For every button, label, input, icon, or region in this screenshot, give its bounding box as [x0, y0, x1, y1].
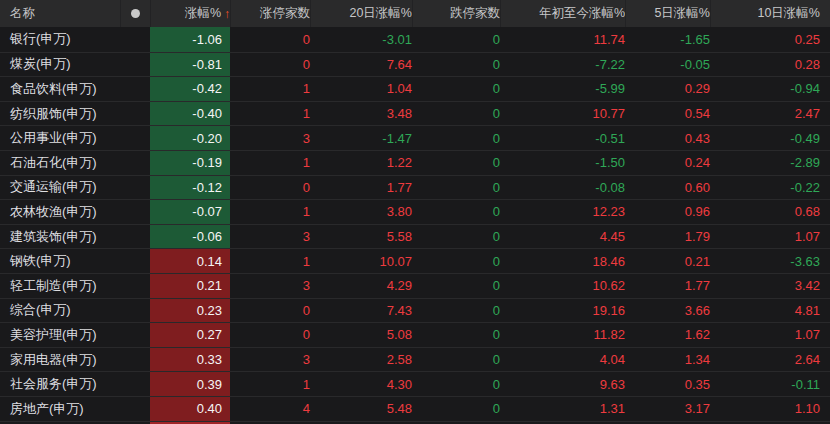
change-10d: 0.28 [710, 53, 820, 77]
column-header-10d-change[interactable]: 10日涨幅% [710, 0, 820, 27]
table-row[interactable]: 食品饮料(申万) -0.42 1 1.04 0 -5.99 0.29 -0.94 [0, 76, 830, 101]
table-row[interactable]: 煤炭(申万) -0.81 0 7.64 0 -7.22 -0.05 0.28 [0, 52, 830, 77]
change-ytd: 12.23 [500, 200, 625, 224]
change-10d: 1.10 [710, 397, 820, 421]
limit-down-count: 0 [412, 348, 500, 372]
sector-name: 钢铁(申万) [0, 249, 120, 273]
change-20d: 1.77 [310, 176, 412, 200]
table-row[interactable]: 社会服务(申万) 0.39 1 4.30 0 9.63 0.35 -0.11 [0, 371, 830, 396]
change-5d: 0.96 [625, 200, 710, 224]
table-header: 名称 涨幅% ↑ 涨停家数 20日涨幅% 跌停家数 年初至今涨幅% 5日涨幅% … [0, 0, 830, 27]
table-row[interactable]: 房地产(申万) 0.40 4 5.48 0 1.31 3.17 1.10 [0, 396, 830, 421]
sector-name: 交通运输(申万) [0, 176, 120, 200]
limit-up-count: 1 [230, 151, 310, 175]
table-row[interactable]: 综合(申万) 0.23 0 7.43 0 19.16 3.66 4.81 [0, 298, 830, 323]
column-header-name[interactable]: 名称 [0, 0, 120, 27]
table-row[interactable]: 钢铁(申万) 0.14 1 10.07 0 18.46 0.21 -3.63 [0, 248, 830, 273]
column-header-label: 年初至今涨幅% [539, 5, 625, 22]
change-5d: 1.77 [625, 274, 710, 298]
change-cell: -0.20 [150, 126, 230, 150]
column-header-marker[interactable] [120, 0, 150, 27]
sector-name: 石油石化(申万) [0, 151, 120, 175]
limit-down-count: 0 [412, 249, 500, 273]
change-10d: 4.81 [710, 299, 820, 323]
table-row[interactable]: 农林牧渔(申万) -0.07 1 3.80 0 12.23 0.96 0.68 [0, 199, 830, 224]
sector-name: 美容护理(申万) [0, 323, 120, 347]
change-ytd: 11.74 [500, 27, 625, 52]
marker-cell [120, 27, 150, 52]
column-header-label: 5日涨幅% [654, 5, 710, 22]
limit-down-count: 0 [412, 53, 500, 77]
table-row[interactable]: 轻工制造(申万) 0.21 3 4.29 0 10.62 1.77 3.42 [0, 273, 830, 298]
sector-quote-table: 名称 涨幅% ↑ 涨停家数 20日涨幅% 跌停家数 年初至今涨幅% 5日涨幅% … [0, 0, 830, 424]
marker-cell [120, 53, 150, 77]
change-20d: 4.29 [310, 274, 412, 298]
change-cell: 0.21 [150, 274, 230, 298]
limit-up-count: 0 [230, 299, 310, 323]
change-cell: -0.42 [150, 77, 230, 101]
limit-up-count: 1 [230, 372, 310, 396]
change-cell: 0.40 [150, 397, 230, 421]
table-row[interactable]: 银行(申万) -1.06 0 -3.01 0 11.74 -1.65 0.25 [0, 27, 830, 52]
change-5d: 1.62 [625, 323, 710, 347]
sector-name: 公用事业(申万) [0, 126, 120, 150]
limit-down-count: 0 [412, 225, 500, 249]
change-20d: 7.64 [310, 53, 412, 77]
marker-cell [120, 397, 150, 421]
limit-down-count: 0 [412, 151, 500, 175]
limit-down-count: 0 [412, 176, 500, 200]
table-row[interactable]: 家用电器(申万) 0.33 3 2.58 0 4.04 1.34 2.64 [0, 347, 830, 372]
marker-cell [120, 372, 150, 396]
change-ytd: 1.31 [500, 397, 625, 421]
change-20d: -1.47 [310, 126, 412, 150]
column-header-label: 20日涨幅% [349, 5, 412, 22]
change-20d: -3.01 [310, 27, 412, 52]
column-header-limit-down[interactable]: 跌停家数 [412, 0, 500, 27]
change-20d: 1.04 [310, 77, 412, 101]
change-20d: 7.43 [310, 299, 412, 323]
change-10d: -0.11 [710, 372, 820, 396]
change-10d: 0.68 [710, 200, 820, 224]
table-row[interactable]: 石油石化(申万) -0.19 1 1.22 0 -1.50 0.24 -2.89 [0, 150, 830, 175]
column-header-5d-change[interactable]: 5日涨幅% [625, 0, 710, 27]
change-5d: 1.79 [625, 225, 710, 249]
table-row[interactable]: 建筑装饰(申万) -0.06 3 5.58 0 4.45 1.79 1.07 [0, 224, 830, 249]
limit-up-count: 3 [230, 274, 310, 298]
dot-icon [131, 9, 140, 18]
limit-down-count: 0 [412, 27, 500, 52]
sector-name: 煤炭(申万) [0, 53, 120, 77]
table-row[interactable]: 交通运输(申万) -0.12 0 1.77 0 -0.08 0.60 -0.22 [0, 175, 830, 200]
change-ytd: 18.46 [500, 249, 625, 273]
column-header-limit-up[interactable]: 涨停家数 [230, 0, 310, 27]
sector-name: 农林牧渔(申万) [0, 200, 120, 224]
change-cell: -0.19 [150, 151, 230, 175]
limit-down-count: 0 [412, 299, 500, 323]
change-ytd: 9.63 [500, 372, 625, 396]
column-header-ytd-change[interactable]: 年初至今涨幅% [500, 0, 625, 27]
sector-name: 食品饮料(申万) [0, 77, 120, 101]
change-20d: 3.48 [310, 102, 412, 126]
change-cell: 0.23 [150, 299, 230, 323]
limit-up-count: 3 [230, 348, 310, 372]
change-5d: 3.17 [625, 397, 710, 421]
column-header-change[interactable]: 涨幅% ↑ [150, 0, 230, 27]
limit-up-count: 1 [230, 102, 310, 126]
table-row[interactable]: 美容护理(申万) 0.27 0 5.08 0 11.82 1.62 1.07 [0, 322, 830, 347]
change-cell: -1.06 [150, 27, 230, 52]
column-header-label: 10日涨幅% [757, 5, 820, 22]
change-5d: 0.21 [625, 249, 710, 273]
change-cell: 0.27 [150, 323, 230, 347]
change-10d: -0.22 [710, 176, 820, 200]
table-row[interactable]: 纺织服饰(申万) -0.40 1 3.48 0 10.77 0.54 2.47 [0, 101, 830, 126]
change-ytd: 10.77 [500, 102, 625, 126]
limit-down-count: 0 [412, 102, 500, 126]
limit-up-count: 0 [230, 53, 310, 77]
limit-up-count: 0 [230, 176, 310, 200]
column-header-20d-change[interactable]: 20日涨幅% [310, 0, 412, 27]
limit-down-count: 0 [412, 323, 500, 347]
table-row[interactable]: 公用事业(申万) -0.20 3 -1.47 0 -0.51 0.43 -0.4… [0, 125, 830, 150]
sector-name: 建筑装饰(申万) [0, 225, 120, 249]
change-cell: 0.14 [150, 249, 230, 273]
marker-cell [120, 126, 150, 150]
change-cell: -0.06 [150, 225, 230, 249]
